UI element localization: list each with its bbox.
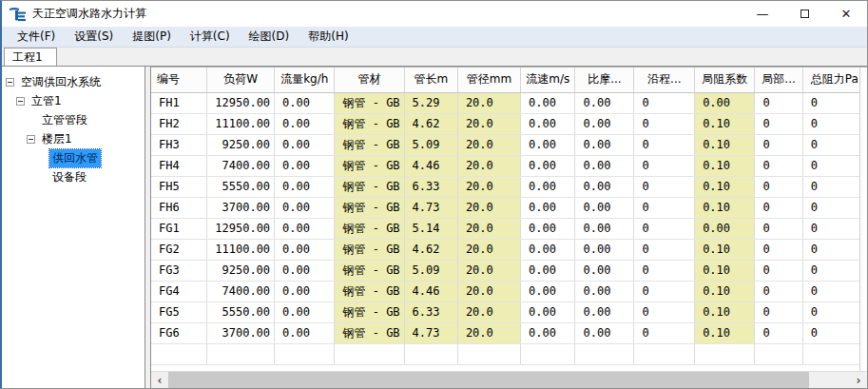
table-cell[interactable]: 0 <box>755 322 802 343</box>
table-cell[interactable]: 20.0 <box>457 155 520 176</box>
table-cell[interactable]: 20.0 <box>457 113 520 134</box>
table-cell[interactable]: 12950.00 <box>207 92 275 113</box>
table-cell[interactable]: 钢管 - GB <box>335 260 404 281</box>
table-cell[interactable]: 0.00 <box>575 155 634 176</box>
empty-cell[interactable] <box>695 343 755 364</box>
empty-cell[interactable] <box>335 343 404 364</box>
table-cell[interactable]: 0 <box>634 260 695 281</box>
table-cell[interactable]: 6.33 <box>404 176 457 197</box>
table-cell[interactable]: 钢管 - GB <box>335 218 404 239</box>
tree-collapse-icon[interactable] <box>16 97 25 106</box>
table-cell[interactable]: 0.00 <box>575 260 634 281</box>
table-cell[interactable]: 7400.00 <box>207 281 275 301</box>
column-header[interactable]: 管径mm <box>457 68 520 92</box>
table-cell[interactable]: 0.00 <box>575 301 634 322</box>
table-cell[interactable]: 0.10 <box>695 301 755 322</box>
table-cell[interactable]: 0.00 <box>575 322 634 343</box>
table-cell[interactable]: 0.00 <box>275 281 335 301</box>
table-cell[interactable]: 0 <box>634 113 695 134</box>
table-cell[interactable]: 0.00 <box>521 322 575 343</box>
table-cell[interactable]: 0 <box>634 239 695 260</box>
table-cell[interactable]: 0 <box>634 176 695 197</box>
table-cell[interactable]: 0 <box>755 176 802 197</box>
table-cell[interactable]: 0 <box>634 92 695 113</box>
table-cell[interactable]: 4.46 <box>404 281 457 301</box>
table-cell[interactable]: 0 <box>802 260 866 281</box>
table-cell[interactable]: 4.62 <box>404 239 457 260</box>
table-cell[interactable]: 5550.00 <box>207 301 275 322</box>
tab-project1[interactable]: 工程1 <box>4 48 57 66</box>
table-cell[interactable]: 20.0 <box>457 322 520 343</box>
empty-cell[interactable] <box>755 343 802 364</box>
table-cell[interactable]: 0 <box>755 260 802 281</box>
table-cell[interactable]: 0.00 <box>275 92 335 113</box>
table-cell[interactable]: 0 <box>802 301 866 322</box>
table-cell[interactable]: 0.10 <box>695 113 755 134</box>
table-cell[interactable]: 0.00 <box>275 301 335 322</box>
table-cell[interactable]: 0.00 <box>521 113 575 134</box>
table-cell[interactable]: 0 <box>802 113 866 134</box>
column-header[interactable]: 局部... <box>755 68 802 92</box>
table-cell[interactable]: FH5 <box>151 176 207 197</box>
tree-item[interactable]: 供回水管 <box>2 148 145 167</box>
table-cell[interactable]: FG4 <box>151 281 207 301</box>
column-header[interactable]: 流量kg/h <box>275 68 335 92</box>
table-cell[interactable]: 0.10 <box>695 176 755 197</box>
table-cell[interactable]: 钢管 - GB <box>335 134 404 155</box>
horizontal-scrollbar[interactable]: ‹ › <box>151 371 867 388</box>
table-cell[interactable]: 0 <box>755 155 802 176</box>
table-cell[interactable]: FH6 <box>151 197 207 218</box>
column-header[interactable]: 比摩... <box>575 68 634 92</box>
empty-cell[interactable] <box>207 343 275 364</box>
table-cell[interactable]: 钢管 - GB <box>335 301 404 322</box>
table-cell[interactable]: FH2 <box>151 113 207 134</box>
menu-item[interactable]: 帮助(H) <box>299 27 357 47</box>
table-cell[interactable]: 0.10 <box>695 239 755 260</box>
table-cell[interactable]: 0 <box>802 239 866 260</box>
scrollbar-track[interactable] <box>168 372 850 388</box>
table-cell[interactable]: 20.0 <box>457 218 520 239</box>
table-cell[interactable]: FH1 <box>151 92 207 113</box>
table-cell[interactable]: FG2 <box>151 239 207 260</box>
empty-cell[interactable] <box>457 343 520 364</box>
column-header[interactable]: 流速m/s <box>521 68 575 92</box>
table-cell[interactable]: 0 <box>802 197 866 218</box>
table-cell[interactable]: 20.0 <box>457 176 520 197</box>
table-cell[interactable]: 0 <box>755 197 802 218</box>
table-cell[interactable]: 0.00 <box>275 134 335 155</box>
table-cell[interactable]: 0 <box>634 134 695 155</box>
table-cell[interactable]: 0.00 <box>521 281 575 301</box>
table-cell[interactable]: 0 <box>755 301 802 322</box>
menu-item[interactable]: 设置(S) <box>65 27 123 47</box>
table-cell[interactable]: 0 <box>802 176 866 197</box>
scroll-right-arrow-icon[interactable]: › <box>850 372 867 388</box>
table-cell[interactable]: 0.00 <box>575 134 634 155</box>
column-header[interactable]: 编号 <box>151 68 207 92</box>
table-cell[interactable]: 20.0 <box>457 301 520 322</box>
table-cell[interactable]: 0.00 <box>521 176 575 197</box>
table-cell[interactable]: 4.46 <box>404 155 457 176</box>
table-cell[interactable]: 20.0 <box>457 260 520 281</box>
scroll-left-arrow-icon[interactable]: ‹ <box>151 372 168 388</box>
table-cell[interactable]: 4.73 <box>404 322 457 343</box>
table-cell[interactable]: 0 <box>802 92 866 113</box>
empty-cell[interactable] <box>634 343 695 364</box>
table-cell[interactable]: 钢管 - GB <box>335 176 404 197</box>
table-cell[interactable]: 0 <box>755 239 802 260</box>
menu-item[interactable]: 计算(C) <box>181 27 240 47</box>
table-cell[interactable]: 0.00 <box>575 239 634 260</box>
empty-cell[interactable] <box>575 343 634 364</box>
table-cell[interactable]: 0.00 <box>575 281 634 301</box>
table-cell[interactable]: 6.33 <box>404 301 457 322</box>
table-cell[interactable]: FG3 <box>151 260 207 281</box>
tree-item[interactable]: 楼层1 <box>2 129 145 148</box>
table-cell[interactable]: 0 <box>802 155 866 176</box>
table-cell[interactable]: 0 <box>634 301 695 322</box>
table-cell[interactable]: 0.00 <box>575 218 634 239</box>
table-cell[interactable]: 0 <box>755 92 802 113</box>
table-cell[interactable]: 7400.00 <box>207 155 275 176</box>
table-cell[interactable]: 0.00 <box>695 218 755 239</box>
column-header[interactable]: 负荷W <box>207 68 275 92</box>
table-cell[interactable]: 0 <box>802 281 866 301</box>
table-cell[interactable]: 0.10 <box>695 155 755 176</box>
